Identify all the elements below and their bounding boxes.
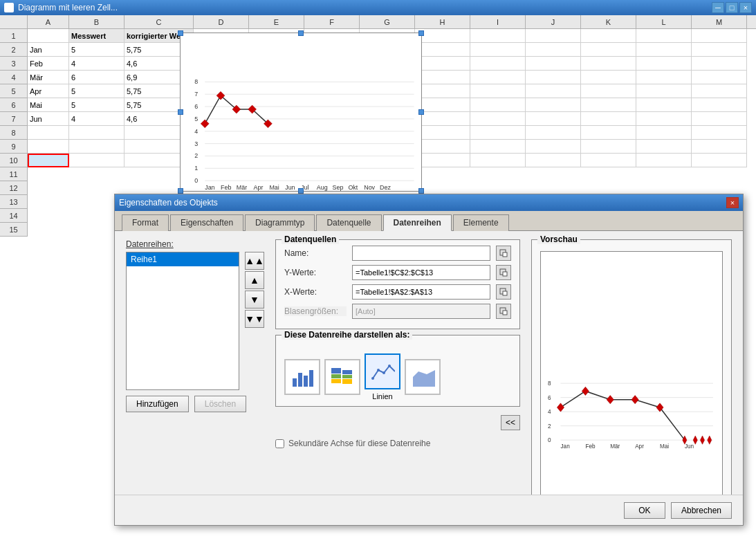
cell-A10[interactable] [28, 154, 69, 167]
cell-H8[interactable] [415, 126, 470, 140]
tab-format[interactable]: Format [122, 214, 169, 231]
cell-L3[interactable] [636, 57, 692, 71]
handle-top-right[interactable] [418, 30, 424, 36]
cell-B4[interactable]: 6 [69, 71, 125, 84]
cell-M4[interactable] [692, 71, 747, 84]
move-down-btn[interactable]: ▼ [245, 291, 264, 309]
cell-K5[interactable] [581, 84, 636, 98]
cell-I5[interactable] [470, 84, 526, 98]
cell-L1[interactable] [636, 29, 692, 43]
cell-L2[interactable] [636, 43, 692, 57]
x-values-input[interactable]: =Tabelle1!$A$2:$A$13 [352, 284, 490, 300]
cell-A8[interactable] [28, 126, 69, 140]
cell-B6[interactable]: 5 [69, 98, 125, 112]
cell-K10[interactable] [581, 154, 636, 167]
chart-type-line-btn[interactable] [365, 353, 400, 389]
tab-eigenschaften[interactable]: Eigenschaften [170, 214, 243, 231]
cell-B2[interactable]: 5 [69, 43, 125, 57]
secondary-axis-checkbox[interactable] [275, 439, 284, 448]
cell-I4[interactable] [470, 71, 526, 84]
cell-I9[interactable] [470, 140, 526, 154]
cell-A2[interactable]: Jan [28, 43, 69, 57]
cell-B7[interactable]: 4 [69, 112, 125, 126]
cell-M7[interactable] [692, 112, 747, 126]
chart-type-stacked-btn[interactable] [324, 359, 360, 395]
cell-M5[interactable] [692, 84, 747, 98]
embedded-chart[interactable]: 0 1 2 3 4 5 6 7 8 [180, 33, 422, 192]
cell-J10[interactable] [526, 154, 581, 167]
cell-B10[interactable] [69, 154, 125, 167]
tab-elemente[interactable]: Elemente [453, 214, 509, 231]
tab-datenquelle[interactable]: Datenquelle [316, 214, 381, 231]
cell-I6[interactable] [470, 98, 526, 112]
cell-M1[interactable] [692, 29, 747, 43]
series-item-reihe1[interactable]: Reihe1 [127, 252, 239, 266]
cell-M3[interactable] [692, 57, 747, 71]
y-values-range-btn[interactable] [496, 265, 511, 280]
minimize-btn[interactable]: ─ [712, 2, 724, 13]
name-input[interactable] [352, 246, 490, 261]
cell-J7[interactable] [526, 112, 581, 126]
cell-M10[interactable] [692, 154, 747, 167]
cell-I8[interactable] [470, 126, 526, 140]
cell-M8[interactable] [692, 126, 747, 140]
cell-I2[interactable] [470, 43, 526, 57]
delete-series-btn[interactable]: Löschen [194, 396, 246, 412]
cell-K7[interactable] [581, 112, 636, 126]
cell-J5[interactable] [526, 84, 581, 98]
cell-H5[interactable] [415, 84, 470, 98]
cell-B3[interactable]: 4 [69, 57, 125, 71]
cell-J1[interactable] [526, 29, 581, 43]
add-series-btn[interactable]: Hinzufügen [126, 396, 189, 412]
cell-B5[interactable]: 5 [69, 84, 125, 98]
cell-I7[interactable] [470, 112, 526, 126]
cell-K2[interactable] [581, 43, 636, 57]
handle-bottom-right[interactable] [418, 188, 424, 194]
cell-K8[interactable] [581, 126, 636, 140]
move-down-bottom-btn[interactable]: ▼▼ [245, 310, 264, 328]
cell-H3[interactable] [415, 57, 470, 71]
cell-K6[interactable] [581, 98, 636, 112]
cell-I10[interactable] [470, 154, 526, 167]
cell-I1[interactable] [470, 29, 526, 43]
ok-btn[interactable]: OK [624, 502, 665, 519]
handle-mid-right[interactable] [418, 109, 424, 115]
bubble-size-range-btn[interactable] [496, 304, 511, 319]
cell-J4[interactable] [526, 71, 581, 84]
move-up-btn[interactable]: ▲ [245, 271, 264, 289]
cell-A6[interactable]: Mai [28, 98, 69, 112]
move-up-top-btn[interactable]: ▲▲ [245, 252, 264, 270]
cell-A9[interactable] [28, 140, 69, 154]
cell-A3[interactable]: Feb [28, 57, 69, 71]
cancel-btn[interactable]: Abbrechen [671, 502, 732, 519]
cell-L10[interactable] [636, 154, 692, 167]
cell-M2[interactable] [692, 43, 747, 57]
cell-K3[interactable] [581, 57, 636, 71]
cell-A5[interactable]: Apr [28, 84, 69, 98]
cell-J2[interactable] [526, 43, 581, 57]
cell-L9[interactable] [636, 140, 692, 154]
tab-diagrammtyp[interactable]: Diagrammtyp [245, 214, 315, 231]
cell-M9[interactable] [692, 140, 747, 154]
maximize-btn[interactable]: □ [726, 2, 738, 13]
cell-A7[interactable]: Jun [28, 112, 69, 126]
cell-K1[interactable] [581, 29, 636, 43]
cell-K4[interactable] [581, 71, 636, 84]
cell-L5[interactable] [636, 84, 692, 98]
handle-bottom-center[interactable] [298, 188, 304, 194]
cell-H10[interactable] [415, 154, 470, 167]
cell-A1[interactable] [28, 29, 69, 43]
cell-L8[interactable] [636, 126, 692, 140]
cell-L7[interactable] [636, 112, 692, 126]
cell-B1[interactable]: Messwert [69, 29, 125, 43]
dialog-close-btn[interactable]: × [726, 197, 739, 208]
cell-J8[interactable] [526, 126, 581, 140]
close-btn[interactable]: × [739, 2, 752, 13]
cell-H9[interactable] [415, 140, 470, 154]
cell-A4[interactable]: Mär [28, 71, 69, 84]
cell-L4[interactable] [636, 71, 692, 84]
cell-J3[interactable] [526, 57, 581, 71]
name-range-btn[interactable] [496, 246, 511, 261]
cell-B9[interactable] [69, 140, 125, 154]
chart-type-area-btn[interactable] [405, 359, 441, 395]
